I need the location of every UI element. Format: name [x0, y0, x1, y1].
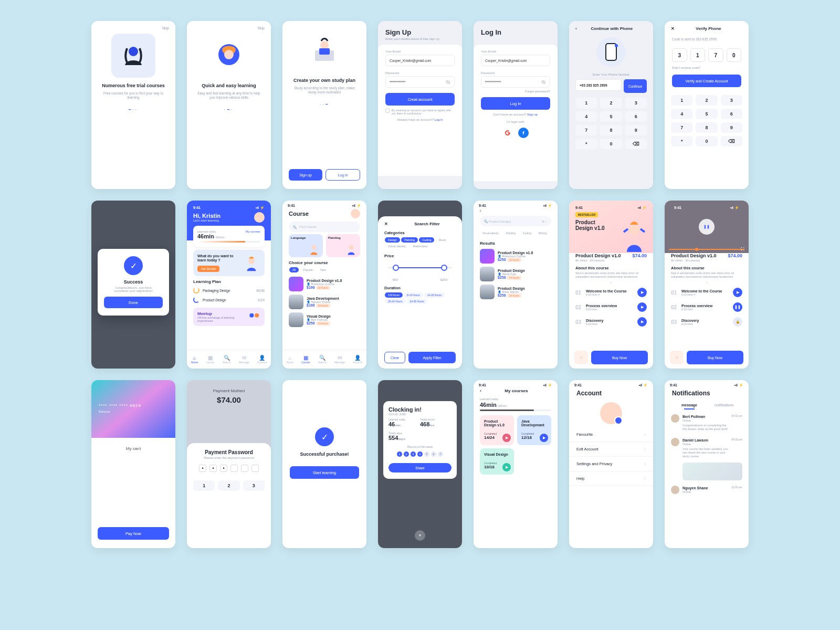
lesson-row[interactable]: 02Process overview6:10 mins ❚❚ [665, 300, 749, 314]
key-6[interactable]: 6 [625, 111, 647, 122]
otp-digit[interactable]: 1 [690, 48, 706, 62]
filter-dur[interactable]: 8-14 Hours [404, 292, 423, 298]
lesson-row[interactable]: 01Welcome to the Course6:10 mins ✓▶ [665, 285, 749, 300]
password-input[interactable]: ************ [385, 76, 455, 88]
course-item[interactable]: Product Design v1.0👤 Robertson Connie$19… [282, 275, 366, 293]
close-icon[interactable]: ✕ [415, 530, 425, 541]
lesson-row[interactable]: 03Discovery6:10 mins 🔒 [665, 314, 749, 329]
key-4[interactable]: 4 [671, 109, 692, 119]
tab-home[interactable]: ⌂Home [191, 355, 198, 364]
favorite-button[interactable]: ☆ [574, 351, 588, 364]
otp-digit[interactable]: 3 [672, 48, 687, 62]
key-⌫[interactable]: ⌫ [721, 136, 742, 146]
phone-input[interactable]: +63 283 835 2999 [575, 79, 622, 91]
tab-search[interactable]: 🔍Search [318, 355, 327, 364]
otp-digit[interactable]: 0 [727, 48, 742, 62]
tab-account[interactable]: 👤Account [353, 355, 362, 364]
course-item[interactable]: Product Design👤 Black Marvin$250 14 hour… [474, 283, 558, 301]
filter-dur[interactable]: 14-20 Hours [424, 292, 445, 298]
category-language[interactable]: Language [289, 234, 323, 257]
forgot-link[interactable]: Forget password? [474, 88, 558, 93]
account-item[interactable]: Settings and Privacy› [569, 457, 653, 471]
already-link[interactable]: Already have an account? Log in [378, 115, 462, 121]
category-painting[interactable]: Painting [326, 234, 360, 257]
key-2[interactable]: 2 [600, 98, 622, 108]
result-chip[interactable]: Writing [536, 230, 550, 236]
filter-cat[interactable]: Music [435, 237, 449, 243]
lesson-row[interactable]: 03Discovery6:10 mins ▶ [569, 314, 653, 329]
result-chip[interactable]: Painting [503, 230, 519, 236]
tab-home[interactable]: ⌂Home [287, 355, 293, 364]
share-button[interactable]: Share [388, 463, 452, 472]
account-item[interactable]: Help› [569, 471, 653, 486]
tab-message[interactable]: ✉Message [334, 355, 345, 364]
notification-item[interactable]: Daniel LawsonOnlineYour course has been … [665, 435, 749, 462]
key-0[interactable]: 0 [600, 139, 622, 149]
eye-icon[interactable] [541, 80, 546, 85]
filter-icon[interactable]: ⚙ ↕ [542, 219, 547, 223]
skip-link[interactable]: Skip [257, 26, 265, 30]
my-courses-link[interactable]: My courses [246, 230, 260, 233]
notification-item[interactable]: Bert PullmanOnlineCongratulations on com… [665, 411, 749, 435]
key-9[interactable]: 9 [721, 122, 742, 133]
key-7[interactable]: 7 [575, 125, 597, 135]
filter-cat[interactable]: Visual identity [385, 244, 409, 249]
lesson-row[interactable]: 01Welcome to the Course6:10 mins ✓▶ [569, 285, 653, 300]
signup-link[interactable]: Don't have an account? Sign up [474, 110, 558, 116]
key-2[interactable]: 2 [218, 480, 239, 491]
course-card-1[interactable]: Product Design v1.0Completed14/24▶ [480, 415, 514, 445]
tab-message[interactable]: message [672, 401, 707, 409]
key-3[interactable]: 3 [625, 98, 647, 108]
result-chip[interactable]: Coding [520, 230, 534, 236]
avatar[interactable] [254, 212, 265, 223]
filter-cat[interactable]: Design [385, 237, 400, 243]
key-3[interactable]: 3 [721, 95, 742, 106]
done-button[interactable]: Done [104, 297, 163, 308]
terms-checkbox[interactable]: By creating an account you have to agree… [378, 106, 462, 115]
get-started-button[interactable]: Get Started [197, 266, 219, 272]
skip-link[interactable]: Skip [162, 26, 169, 30]
price-slider[interactable] [384, 260, 456, 276]
tab-account[interactable]: 👤Account [257, 355, 267, 364]
tab-message[interactable]: ✉Message [239, 355, 249, 364]
key-7[interactable]: 7 [671, 122, 692, 133]
otp-digit[interactable]: 7 [708, 48, 723, 62]
tab-course[interactable]: ▦Course [206, 355, 214, 364]
verify-button[interactable]: Verify and Create Account [672, 75, 741, 87]
tab-all[interactable]: All [289, 267, 299, 272]
tab-popular[interactable]: Popular [300, 267, 316, 272]
key-1[interactable]: 1 [193, 480, 215, 491]
start-learning-button[interactable]: Start learning [290, 466, 359, 479]
key-1[interactable]: 1 [575, 98, 597, 108]
key-8[interactable]: 8 [696, 122, 717, 133]
email-input[interactable]: Cooper_Kristin@gmail.com [481, 55, 550, 66]
create-account-button[interactable]: Creat account [385, 93, 455, 106]
buy-button[interactable]: Buy Now [591, 351, 648, 364]
course-item[interactable]: Product Design👤 Webb Kyle$250 14 hours [474, 265, 558, 283]
tab-new[interactable]: New [317, 267, 329, 272]
clear-button[interactable]: Clear [384, 352, 405, 363]
meetup-card[interactable]: MeetupOff-line exchange of learning expe… [193, 308, 265, 326]
result-chip[interactable]: Visual identity [479, 230, 502, 236]
filter-dur[interactable]: 20-24 Hours [385, 299, 406, 304]
continue-button[interactable]: Continue [624, 79, 647, 93]
filter-cat[interactable]: Mathmatics [410, 244, 431, 249]
favorite-button[interactable]: ☆ [670, 351, 684, 364]
avatar[interactable] [351, 209, 360, 218]
account-item[interactable]: Favourite› [569, 427, 653, 442]
fullscreen-icon[interactable]: ⛶ [741, 247, 744, 251]
key-8[interactable]: 8 [600, 125, 622, 135]
key-2[interactable]: 2 [696, 95, 717, 106]
tab-course[interactable]: ▦Course [301, 355, 310, 364]
tab-search[interactable]: 🔍Search [223, 355, 231, 364]
password-input[interactable]: ************ [481, 76, 550, 88]
resend-link[interactable]: Didn't recieve code? [665, 66, 749, 69]
key-0[interactable]: 0 [696, 136, 717, 146]
key-⌫[interactable]: ⌫ [625, 139, 647, 149]
pay-now-button[interactable]: Pay Now [98, 527, 169, 540]
avatar[interactable] [600, 402, 622, 424]
key-*[interactable]: * [575, 139, 597, 149]
login-button[interactable]: Log In [481, 97, 550, 110]
tab-notification[interactable]: notification• [707, 401, 741, 409]
course-card-2[interactable]: Java DevelopmantCompleted12/18▶ [517, 415, 551, 445]
